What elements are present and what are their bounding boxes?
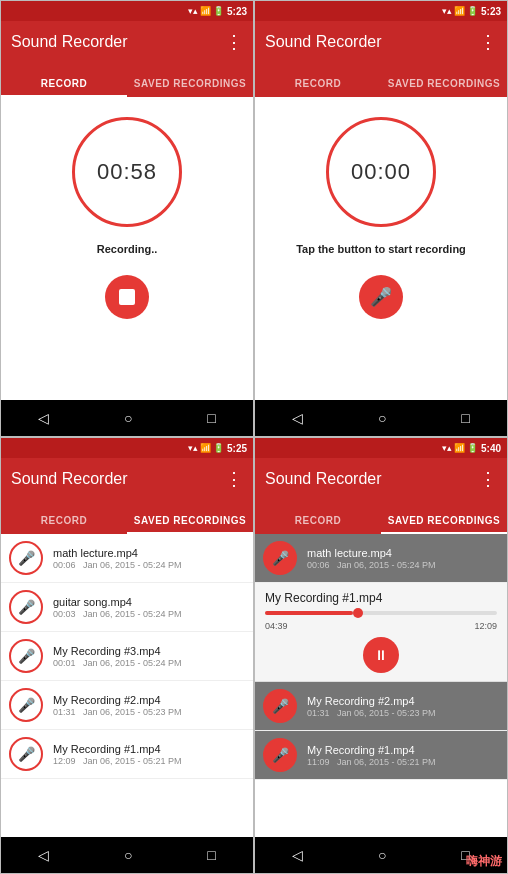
status-icons-2: ▾▴ 📶 🔋 — [442, 6, 478, 16]
player-progress-bar[interactable] — [265, 611, 497, 615]
tab-record-1[interactable]: RECORD — [1, 78, 127, 97]
panel-playing: ▾▴ 📶 🔋 5:40 Sound Recorder ⋮ RECORD SAVE… — [254, 437, 508, 874]
app-bar-3: Sound Recorder ⋮ — [1, 458, 253, 500]
tab-bar-3: RECORD SAVED RECORDINGS — [1, 500, 253, 534]
home-btn-1[interactable]: ○ — [124, 410, 132, 426]
timer-circle-1: 00:58 — [72, 117, 182, 227]
status-icons-4: ▾▴ 📶 🔋 — [442, 443, 478, 453]
back-btn-3[interactable]: ◁ — [38, 847, 49, 863]
home-btn-4[interactable]: ○ — [378, 847, 386, 863]
mic-icon-r2: 🎤 — [18, 599, 35, 615]
app-title-2: Sound Recorder — [265, 33, 382, 51]
recording-info-3: My Recording #3.mp4 00:01 Jan 06, 2015 -… — [53, 645, 245, 668]
mic-icon-r3: 🎤 — [18, 648, 35, 664]
tab-saved-3[interactable]: SAVED RECORDINGS — [127, 515, 253, 534]
mic-circle-3: 🎤 — [9, 639, 43, 673]
back-btn-1[interactable]: ◁ — [38, 410, 49, 426]
status-bar-4: ▾▴ 📶 🔋 5:40 — [255, 438, 507, 458]
mic-icon-r1: 🎤 — [18, 550, 35, 566]
timer-display-1: 00:58 — [97, 159, 157, 185]
time-4: 5:40 — [481, 443, 501, 454]
player-controls: ⏸ — [265, 637, 497, 673]
pause-button[interactable]: ⏸ — [363, 637, 399, 673]
record-content-1: 00:58 Recording.. — [1, 97, 253, 400]
stop-icon-1 — [119, 289, 135, 305]
recordings-list-3: 🎤 math lecture.mp4 00:06 Jan 06, 2015 - … — [1, 534, 253, 837]
recording-name-p1: math lecture.mp4 — [307, 547, 499, 559]
player-total: 12:09 — [474, 621, 497, 631]
recording-item-2[interactable]: 🎤 guitar song.mp4 00:03 Jan 06, 2015 - 0… — [1, 583, 253, 632]
recording-item-p1[interactable]: 🎤 math lecture.mp4 00:06 Jan 06, 2015 - … — [255, 534, 507, 583]
app-title-1: Sound Recorder — [11, 33, 128, 51]
tab-record-4[interactable]: RECORD — [255, 515, 381, 534]
app-bar-4: Sound Recorder ⋮ — [255, 458, 507, 500]
recording-meta-4: 01:31 Jan 06, 2015 - 05:23 PM — [53, 707, 245, 717]
record-status-1: Recording.. — [89, 243, 166, 255]
battery-icon-4: 🔋 — [467, 443, 478, 453]
more-menu-1[interactable]: ⋮ — [225, 31, 243, 53]
more-menu-4[interactable]: ⋮ — [479, 468, 497, 490]
recents-btn-1[interactable]: □ — [207, 410, 215, 426]
mic-icon-p1: 🎤 — [272, 550, 289, 566]
more-menu-3[interactable]: ⋮ — [225, 468, 243, 490]
recording-meta-p1: 00:06 Jan 06, 2015 - 05:24 PM — [307, 560, 499, 570]
tab-bar-4: RECORD SAVED RECORDINGS — [255, 500, 507, 534]
recording-item-4[interactable]: 🎤 My Recording #2.mp4 01:31 Jan 06, 2015… — [1, 681, 253, 730]
signal-icon-3: ▾▴ — [188, 443, 198, 453]
wifi-icon-3: 📶 — [200, 443, 211, 453]
app-bar-2: Sound Recorder ⋮ — [255, 21, 507, 63]
player-elapsed: 04:39 — [265, 621, 288, 631]
recording-item-p3[interactable]: 🎤 My Recording #2.mp4 01:31 Jan 06, 2015… — [255, 682, 507, 731]
recording-meta-1: 00:06 Jan 06, 2015 - 05:24 PM — [53, 560, 245, 570]
tab-record-2[interactable]: RECORD — [255, 78, 381, 97]
more-menu-2[interactable]: ⋮ — [479, 31, 497, 53]
status-bar-3: ▾▴ 📶 🔋 5:25 — [1, 438, 253, 458]
recording-meta-p4: 11:09 Jan 06, 2015 - 05:21 PM — [307, 757, 499, 767]
panel-idle: ▾▴ 📶 🔋 5:23 Sound Recorder ⋮ RECORD SAVE… — [254, 0, 508, 437]
panel-recording: ▾▴ 📶 🔋 5:23 Sound Recorder ⋮ RECORD SAVE… — [0, 0, 254, 437]
stop-button-1[interactable] — [105, 275, 149, 319]
home-btn-3[interactable]: ○ — [124, 847, 132, 863]
recording-item-3[interactable]: 🎤 My Recording #3.mp4 00:01 Jan 06, 2015… — [1, 632, 253, 681]
back-btn-2[interactable]: ◁ — [292, 410, 303, 426]
status-icons-1: ▾▴ 📶 🔋 — [188, 6, 224, 16]
recording-item-1[interactable]: 🎤 math lecture.mp4 00:06 Jan 06, 2015 - … — [1, 534, 253, 583]
recording-name-3: My Recording #3.mp4 — [53, 645, 245, 657]
player-times: 04:39 12:09 — [265, 621, 497, 631]
recording-info-2: guitar song.mp4 00:03 Jan 06, 2015 - 05:… — [53, 596, 245, 619]
mic-icon-2: 🎤 — [370, 286, 392, 308]
recents-btn-2[interactable]: □ — [461, 410, 469, 426]
watermark-label: 嗨神游 — [466, 853, 502, 870]
tab-record-3[interactable]: RECORD — [1, 515, 127, 534]
recording-item-5[interactable]: 🎤 My Recording #1.mp4 12:09 Jan 06, 2015… — [1, 730, 253, 779]
back-btn-4[interactable]: ◁ — [292, 847, 303, 863]
nav-bar-2: ◁ ○ □ — [255, 400, 507, 436]
recording-name-5: My Recording #1.mp4 — [53, 743, 245, 755]
app-title-3: Sound Recorder — [11, 470, 128, 488]
nav-bar-1: ◁ ○ □ — [1, 400, 253, 436]
recording-info-p1: math lecture.mp4 00:06 Jan 06, 2015 - 05… — [307, 547, 499, 570]
recordings-list-4: 🎤 math lecture.mp4 00:06 Jan 06, 2015 - … — [255, 534, 507, 837]
timer-display-2: 00:00 — [351, 159, 411, 185]
battery-icon-2: 🔋 — [467, 6, 478, 16]
mic-circle-2: 🎤 — [9, 590, 43, 624]
tab-saved-1[interactable]: SAVED RECORDINGS — [127, 78, 253, 97]
tab-saved-4[interactable]: SAVED RECORDINGS — [381, 515, 507, 534]
recording-item-p4[interactable]: 🎤 My Recording #1.mp4 11:09 Jan 06, 2015… — [255, 731, 507, 780]
recording-name-4: My Recording #2.mp4 — [53, 694, 245, 706]
player-progress-fill — [265, 611, 353, 615]
battery-icon-1: 🔋 — [213, 6, 224, 16]
recording-name-p4: My Recording #1.mp4 — [307, 744, 499, 756]
wifi-icon-2: 📶 — [454, 6, 465, 16]
wifi-icon-4: 📶 — [454, 443, 465, 453]
wifi-icon-1: 📶 — [200, 6, 211, 16]
signal-icon-4: ▾▴ — [442, 443, 452, 453]
home-btn-2[interactable]: ○ — [378, 410, 386, 426]
time-2: 5:23 — [481, 6, 501, 17]
tab-saved-2[interactable]: SAVED RECORDINGS — [381, 78, 507, 97]
mic-button-2[interactable]: 🎤 — [359, 275, 403, 319]
recents-btn-3[interactable]: □ — [207, 847, 215, 863]
pause-icon: ⏸ — [374, 647, 388, 663]
mic-circle-5: 🎤 — [9, 737, 43, 771]
mic-icon-r5: 🎤 — [18, 746, 35, 762]
